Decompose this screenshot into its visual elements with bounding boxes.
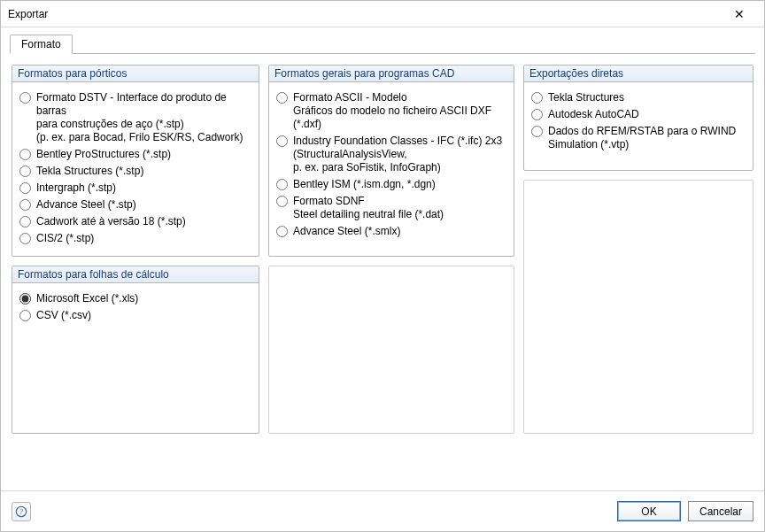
- radio-input[interactable]: [276, 226, 288, 237]
- export-dialog: Exportar ✕ Formato Formatos para pórtico…: [0, 0, 765, 532]
- radio-rwind[interactable]: Dados do RFEM/RSTAB para o RWIND Simulat…: [531, 125, 746, 151]
- tabstrip: Formato: [1, 27, 764, 54]
- radio-advance-steel-smlx[interactable]: Advance Steel (*.smlx): [276, 225, 506, 238]
- group-diretas-title: Exportações diretas: [524, 66, 753, 82]
- radio-label: para construções de aço (*.stp): [36, 118, 251, 131]
- group-cad-body: Formato ASCII - Modelo Gráficos do model…: [269, 82, 514, 249]
- radio-input[interactable]: [276, 196, 288, 207]
- radio-label: CSV (*.csv): [36, 309, 91, 322]
- radio-csv[interactable]: CSV (*.csv): [19, 309, 251, 322]
- radio-input[interactable]: [19, 293, 31, 305]
- group-cad-title: Formatos gerais para programas CAD: [269, 66, 514, 82]
- radio-label: Formato DSTV - Interface do produto de b…: [36, 91, 251, 118]
- radio-label: (p. ex. para Bocad, Frilo ESK/RS, Cadwor…: [36, 131, 251, 144]
- radio-label: Simulation (*.vtp): [548, 138, 736, 151]
- radio-input[interactable]: [19, 216, 31, 227]
- group-porticos-body: Formato DSTV - Interface do produto de b…: [12, 82, 259, 256]
- radio-sdnf[interactable]: Formato SDNF Steel detailing neutral fil…: [276, 195, 506, 221]
- radio-label: Gráficos do modelo no ficheiro ASCII DXF…: [293, 104, 506, 131]
- radio-input[interactable]: [276, 92, 288, 104]
- dialog-footer: ? OK Cancelar: [1, 490, 764, 531]
- radio-input[interactable]: [276, 179, 288, 190]
- radio-dstv[interactable]: Formato DSTV - Interface do produto de b…: [19, 91, 251, 144]
- radio-input[interactable]: [276, 135, 288, 147]
- help-icon: ?: [15, 505, 27, 518]
- radio-input[interactable]: [19, 166, 31, 177]
- radio-label: Advance Steel (*.stp): [36, 198, 136, 212]
- radio-label: CIS/2 (*.stp): [36, 232, 94, 245]
- help-button[interactable]: ?: [12, 502, 31, 521]
- radio-label: Formato ASCII - Modelo: [293, 91, 506, 104]
- radio-label: Dados do RFEM/RSTAB para o RWIND: [548, 125, 736, 138]
- radio-tekla-stp[interactable]: Tekla Structures (*.stp): [19, 165, 251, 178]
- group-diretas: Exportações diretas Tekla Structures Aut…: [523, 65, 753, 171]
- radio-cadwork[interactable]: Cadwork até à versão 18 (*.stp): [19, 215, 251, 228]
- radio-bentley-ism[interactable]: Bentley ISM (*.ism.dgn, *.dgn): [276, 178, 506, 191]
- radio-label: Autodesk AutoCAD: [548, 108, 639, 121]
- radio-cis2[interactable]: CIS/2 (*.stp): [19, 232, 251, 245]
- group-cad: Formatos gerais para programas CAD Forma…: [268, 65, 514, 257]
- radio-label: Advance Steel (*.smlx): [293, 225, 400, 238]
- radio-label: Tekla Structures (*.stp): [36, 165, 143, 178]
- radio-label: Formato SDNF: [293, 195, 444, 208]
- radio-label: Bentley ProStructures (*.stp): [36, 148, 171, 161]
- radio-label: p. ex. para SoFistik, InfoGraph): [293, 161, 502, 174]
- titlebar: Exportar ✕: [1, 1, 764, 27]
- radio-label: Microsoft Excel (*.xls): [36, 292, 138, 305]
- radio-excel[interactable]: Microsoft Excel (*.xls): [19, 292, 251, 305]
- radio-advance-steel-stp[interactable]: Advance Steel (*.stp): [19, 198, 251, 212]
- close-icon: ✕: [734, 7, 745, 21]
- group-diretas-body: Tekla Structures Autodesk AutoCAD Dados …: [524, 82, 753, 162]
- svg-text:?: ?: [19, 508, 23, 516]
- content-area: Formatos para pórticos Formato DSTV - In…: [1, 54, 764, 490]
- radio-label: Industry Foundation Classes - IFC (*.ifc…: [293, 135, 502, 148]
- radio-input[interactable]: [19, 310, 31, 321]
- radio-label: Tekla Structures: [548, 91, 624, 104]
- radio-label: (StructuralAnalysisView,: [293, 148, 502, 161]
- radio-input[interactable]: [19, 149, 31, 160]
- close-button[interactable]: ✕: [722, 2, 757, 27]
- radio-tekla-direct[interactable]: Tekla Structures: [531, 91, 746, 104]
- cancel-button[interactable]: Cancelar: [688, 501, 753, 521]
- tab-formato[interactable]: Formato: [10, 35, 73, 54]
- ok-button[interactable]: OK: [617, 501, 681, 521]
- radio-input[interactable]: [19, 199, 31, 211]
- window-title: Exportar: [8, 8, 722, 20]
- radio-ifc[interactable]: Industry Foundation Classes - IFC (*.ifc…: [276, 135, 506, 174]
- empty-panel-right: [523, 180, 753, 434]
- radio-input[interactable]: [19, 182, 31, 194]
- radio-label: Steel detailing neutral file (*.dat): [293, 208, 444, 221]
- radio-bentley-pro[interactable]: Bentley ProStructures (*.stp): [19, 148, 251, 161]
- group-porticos: Formatos para pórticos Formato DSTV - In…: [12, 65, 259, 257]
- group-folhas-title: Formatos para folhas de cálculo: [12, 266, 259, 283]
- radio-label: Intergraph (*.stp): [36, 181, 116, 195]
- radio-input[interactable]: [531, 109, 543, 120]
- radio-input[interactable]: [531, 92, 543, 104]
- radio-input[interactable]: [531, 126, 543, 137]
- radio-ascii-dxf[interactable]: Formato ASCII - Modelo Gráficos do model…: [276, 91, 506, 131]
- group-folhas-body: Microsoft Excel (*.xls) CSV (*.csv): [12, 283, 259, 333]
- empty-panel-middle: [268, 266, 514, 434]
- radio-intergraph[interactable]: Intergraph (*.stp): [19, 181, 251, 195]
- group-folhas: Formatos para folhas de cálculo Microsof…: [12, 266, 259, 434]
- group-porticos-title: Formatos para pórticos: [12, 66, 259, 82]
- radio-label: Bentley ISM (*.ism.dgn, *.dgn): [293, 178, 436, 191]
- radio-label: Cadwork até à versão 18 (*.stp): [36, 215, 186, 228]
- radio-input[interactable]: [19, 233, 31, 244]
- radio-autocad[interactable]: Autodesk AutoCAD: [531, 108, 746, 121]
- radio-dstv-input[interactable]: [19, 92, 31, 104]
